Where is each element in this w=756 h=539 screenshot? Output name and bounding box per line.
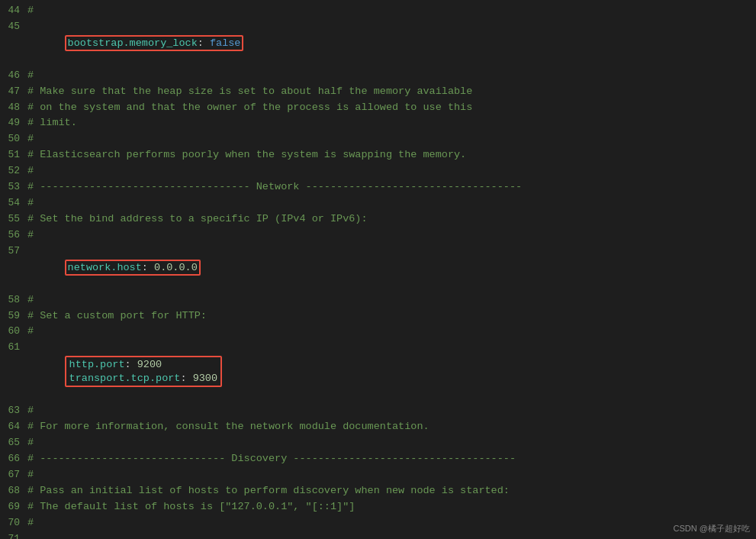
code-line-44: 44 # [0, 3, 756, 19]
line-number: 54 [0, 195, 27, 211]
code-line-51: 51 # Elasticsearch performs poorly when … [0, 147, 756, 163]
code-line-53: 53 # ---------------------------------- … [0, 179, 756, 195]
line-number: 44 [0, 3, 27, 18]
line-content: # Pass an initial list of hosts to perfo… [27, 483, 750, 499]
code-line-68: 68 # Pass an initial list of hosts to pe… [0, 483, 756, 499]
line-number: 70 [0, 515, 27, 531]
code-line-71: 71 discovery.zen.ping.unicast.hosts: ["n… [0, 531, 756, 539]
line-content: # [27, 292, 750, 308]
line-number: 69 [0, 499, 27, 515]
code-line-46: 46 # [0, 68, 756, 84]
line-number: 50 [0, 131, 27, 147]
line-number: 57 [0, 244, 27, 259]
line-content: # [27, 467, 750, 483]
line-number: 52 [0, 163, 27, 179]
line-number: 65 [0, 435, 27, 450]
code-line-50: 50 # [0, 131, 756, 147]
code-line-65: 65 # [0, 435, 756, 451]
line-content: # [27, 228, 750, 244]
http-port-line: http.port: 9200 [69, 358, 217, 372]
line-content: # [27, 324, 750, 340]
code-line-66: 66 # ------------------------------ Disc… [0, 451, 756, 467]
code-line-61-62: 61 http.port: 9200 transport.tcp.port: 9… [0, 340, 756, 403]
code-line-70: 70 # [0, 515, 756, 531]
code-line-49: 49 # limit. [0, 115, 756, 131]
line-number: 71 [0, 531, 27, 539]
code-line-60: 60 # [0, 324, 756, 340]
line-content: # [27, 195, 750, 211]
line-content: # ---------------------------------- Net… [27, 179, 750, 195]
line-number: 46 [0, 68, 27, 83]
line-content: network.host: 0.0.0.0 [27, 244, 750, 292]
line-content: discovery.zen.ping.unicast.hosts: ["node… [27, 531, 750, 539]
line-number: 63 [0, 403, 27, 418]
line-number: 61 [0, 340, 27, 355]
line-number: 60 [0, 324, 27, 339]
line-number: 49 [0, 115, 27, 131]
code-editor: 44 # 45 bootstrap.memory_lock: false 46 … [0, 0, 756, 539]
code-line-64: 64 # For more information, consult the n… [0, 419, 756, 435]
line-content: # ------------------------------ Discove… [27, 451, 750, 467]
line-content: # [27, 3, 750, 19]
line-number: 48 [0, 100, 27, 115]
code-line-45: 45 bootstrap.memory_lock: false [0, 19, 756, 68]
line-number: 68 [0, 483, 27, 499]
line-content: bootstrap.memory_lock: false [27, 19, 750, 68]
line-content: # Set the bind address to a specific IP … [27, 211, 750, 228]
code-line-54: 54 # [0, 195, 756, 211]
line-content: # [27, 68, 750, 84]
line-number: 47 [0, 84, 27, 99]
code-line-69: 69 # The default list of hosts is ["127.… [0, 499, 756, 515]
line-content: # [27, 131, 750, 147]
line-number: 51 [0, 147, 27, 163]
line-content: # [27, 163, 750, 179]
line-content: # Make sure that the heap size is set to… [27, 84, 750, 100]
highlight-network-host: network.host: 0.0.0.0 [65, 260, 201, 276]
line-number: 56 [0, 228, 27, 243]
code-line-47: 47 # Make sure that the heap size is set… [0, 84, 756, 100]
line-content: # Set a custom port for HTTP: [27, 308, 750, 324]
highlight-ports: http.port: 9200 transport.tcp.port: 9300 [65, 356, 222, 387]
line-content: # [27, 435, 750, 451]
line-content: # For more information, consult the netw… [27, 419, 750, 435]
line-content: # [27, 403, 750, 419]
transport-port-line: transport.tcp.port: 9300 [69, 372, 217, 386]
code-line-48: 48 # on the system and that the owner of… [0, 100, 756, 116]
line-content: http.port: 9200 transport.tcp.port: 9300 [27, 340, 750, 403]
line-content: # Elasticsearch performs poorly when the… [27, 147, 750, 163]
code-line-58: 58 # [0, 292, 756, 308]
line-content: # limit. [27, 115, 750, 131]
code-line-56: 56 # [0, 228, 756, 244]
code-line-59: 59 # Set a custom port for HTTP: [0, 308, 756, 324]
code-line-67: 67 # [0, 467, 756, 483]
line-number: 58 [0, 292, 27, 308]
code-line-52: 52 # [0, 163, 756, 179]
line-number: 59 [0, 308, 27, 324]
code-line-55: 55 # Set the bind address to a specific … [0, 211, 756, 228]
line-content: # [27, 515, 750, 531]
line-number: 53 [0, 179, 27, 195]
line-number: 64 [0, 419, 27, 434]
line-number: 67 [0, 467, 27, 483]
line-content: # The default list of hosts is ["127.0.0… [27, 499, 750, 515]
code-line-63: 63 # [0, 403, 756, 419]
code-line-57: 57 network.host: 0.0.0.0 [0, 244, 756, 292]
watermark: CSDN @橘子超好吃 [674, 523, 750, 534]
line-number: 55 [0, 211, 27, 227]
line-number: 66 [0, 451, 27, 466]
highlight-bootstrap-memory-lock: bootstrap.memory_lock: false [65, 35, 244, 52]
line-number: 45 [0, 19, 27, 34]
line-content: # on the system and that the owner of th… [27, 100, 750, 116]
